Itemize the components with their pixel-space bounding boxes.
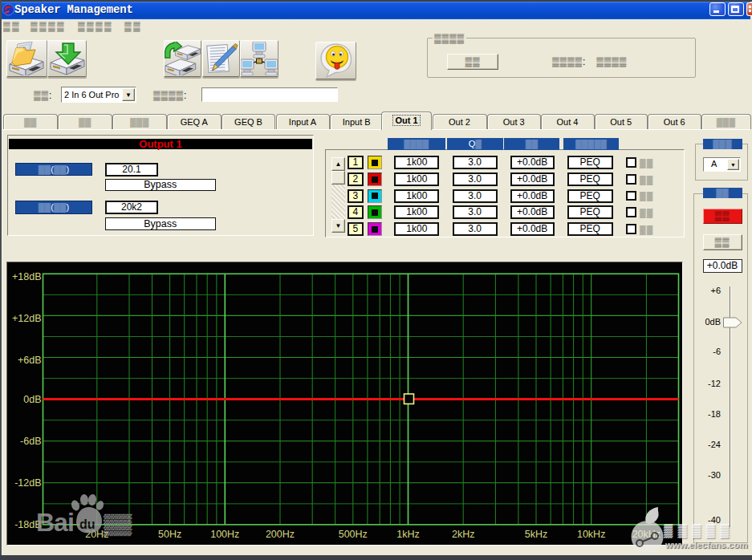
svg-text:50Hz: 50Hz [158,529,181,540]
svg-text:5kHz: 5kHz [525,529,547,540]
svg-text:Bai: Bai [36,508,74,537]
svg-text:▒▒: ▒▒ [104,513,132,537]
svg-text:+6dB: +6dB [18,355,42,366]
svg-text:0dB: 0dB [23,394,41,405]
svg-text:+12dB: +12dB [12,313,42,324]
svg-text:+18dB: +18dB [12,271,42,282]
svg-text:du: du [79,517,96,531]
svg-text:1kHz: 1kHz [396,529,419,540]
svg-text:-6dB: -6dB [20,436,41,447]
svg-text:2kHz: 2kHz [452,529,474,540]
svg-text:500Hz: 500Hz [339,529,368,540]
svg-text:100Hz: 100Hz [210,529,239,540]
svg-text:200Hz: 200Hz [266,529,295,540]
svg-text:10kHz: 10kHz [577,529,605,540]
svg-text:-12dB: -12dB [14,477,41,489]
